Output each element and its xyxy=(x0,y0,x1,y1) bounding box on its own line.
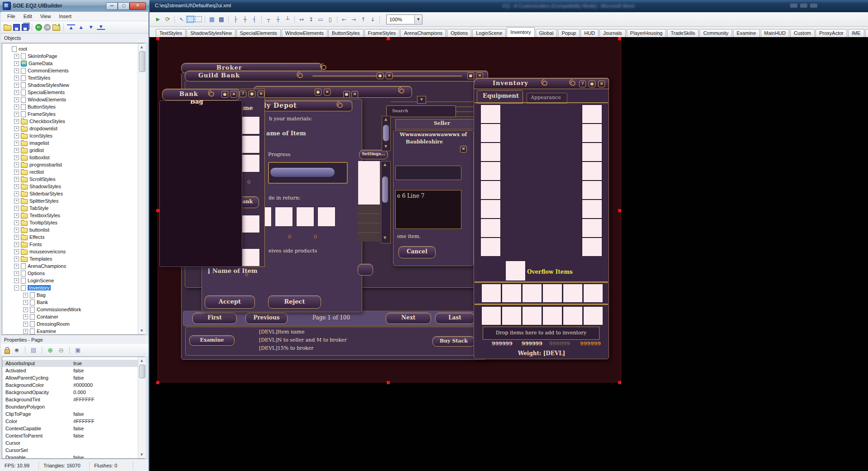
expand-icon[interactable]: + xyxy=(14,264,19,269)
item-slot[interactable] xyxy=(582,143,602,161)
expand-icon[interactable]: + xyxy=(23,329,28,334)
next-button[interactable]: Next xyxy=(386,313,431,324)
expand-icon[interactable]: + xyxy=(23,314,28,319)
property-row[interactable]: BackgroundOpacity0.000 xyxy=(2,389,144,396)
align-top-icon[interactable]: ┬ xyxy=(264,16,273,23)
item-slot[interactable] xyxy=(523,284,542,302)
tab-popup[interactable]: Popup xyxy=(558,29,580,37)
tree-item-bag[interactable]: +Bag xyxy=(2,291,144,299)
close-icon[interactable]: ✕ xyxy=(230,91,237,98)
tree-item-effects[interactable]: +Effects xyxy=(2,233,144,241)
up-folder-icon[interactable] xyxy=(53,25,60,31)
selection-handle[interactable] xyxy=(618,381,621,384)
tree-item-gridlist[interactable]: +gridlist xyxy=(2,147,144,154)
expand-icon[interactable]: + xyxy=(14,162,19,167)
dot-button[interactable]: ● xyxy=(343,91,350,98)
menu-view[interactable]: View xyxy=(37,13,55,20)
move-down-icon[interactable]: ▼ xyxy=(87,24,95,31)
tree-item-inventory[interactable]: −Inventory xyxy=(2,284,144,291)
expand-icon[interactable]: + xyxy=(14,119,19,124)
expand-icon[interactable]: + xyxy=(14,148,19,153)
expand-icon[interactable]: + xyxy=(14,235,19,240)
property-row[interactable]: ContextToParentfalse xyxy=(2,432,144,439)
tree-item-fonts[interactable]: +Fonts xyxy=(2,241,144,248)
tab-global[interactable]: Global xyxy=(536,29,557,37)
expand-icon[interactable]: + xyxy=(14,155,19,160)
tree-item-scrollstyles[interactable]: +ScrollStyles xyxy=(2,176,144,183)
selection-handle[interactable] xyxy=(156,381,159,384)
same-width-icon[interactable]: ↔ xyxy=(297,16,306,23)
properties-scrollbar[interactable]: ▲ ▼ xyxy=(138,357,146,458)
tree-item-windowelements[interactable]: +WindowElements xyxy=(2,96,144,103)
builder-titlebar[interactable]: SOE EQ2 UIBuilder — ▢ ✕ xyxy=(0,0,149,12)
item-slot[interactable] xyxy=(241,117,259,134)
expand-icon[interactable]: + xyxy=(14,199,19,204)
tree-item-container[interactable]: +Container xyxy=(2,313,144,320)
item-slot[interactable] xyxy=(481,105,500,123)
tab-journals[interactable]: Journals xyxy=(599,29,626,37)
tree-item-splitterstyles[interactable]: +SplitterStyles xyxy=(2,197,144,205)
expand-icon[interactable]: + xyxy=(14,141,19,146)
cancel-button[interactable]: Cancel xyxy=(398,246,436,258)
nudge-down-icon[interactable]: ↓ xyxy=(369,16,377,23)
editor-titlebar[interactable]: C:\eq2stream\UI\Default\eq2ui.xml EQ - A… xyxy=(149,0,868,12)
expand-icon[interactable]: + xyxy=(23,300,28,305)
selection-handle[interactable] xyxy=(156,209,159,212)
scroll-up-icon[interactable]: ▲ xyxy=(382,116,390,123)
tab-examine[interactable]: Examine xyxy=(733,29,760,37)
tree-item-dropdownlist[interactable]: +dropdownlist xyxy=(2,125,144,132)
item-slot[interactable] xyxy=(481,200,500,218)
tree-item-iconstyles[interactable]: +IconStyles xyxy=(2,132,144,139)
close-button[interactable]: ✕ xyxy=(129,2,146,10)
last-button[interactable]: Last xyxy=(435,313,475,324)
marquee-icon[interactable] xyxy=(195,16,202,22)
help-icon[interactable]: ? xyxy=(579,81,586,87)
tree-item-dressingroom[interactable]: +DressingRoom xyxy=(2,320,144,328)
item-slot[interactable] xyxy=(584,284,603,302)
tree-item-textstyles[interactable]: +TextStyles xyxy=(2,74,144,81)
item-slot[interactable] xyxy=(275,207,293,226)
align-middle-icon[interactable]: ┼ xyxy=(274,16,282,23)
dot-button[interactable]: ● xyxy=(467,72,474,79)
expand-icon[interactable]: + xyxy=(14,206,19,211)
tab-inventory[interactable]: Inventory xyxy=(507,27,534,37)
tree-item-framestyles[interactable]: +FrameStyles xyxy=(2,110,144,118)
tab-loginscene[interactable]: LoginScene xyxy=(472,29,506,37)
item-slot[interactable] xyxy=(482,284,501,302)
save-all-icon[interactable] xyxy=(22,24,29,31)
open-icon[interactable] xyxy=(4,25,11,31)
dot-button[interactable]: ● xyxy=(221,91,228,98)
size-h-icon[interactable]: ▯ xyxy=(326,16,334,23)
expand-icon[interactable]: + xyxy=(14,83,19,88)
item-slot[interactable] xyxy=(241,249,259,266)
tree-scrollbar[interactable]: ▲ ▼ xyxy=(138,43,146,334)
tab-hud[interactable]: HUD xyxy=(580,29,599,37)
property-row[interactable]: CursorSet xyxy=(2,447,144,454)
expand-icon[interactable]: + xyxy=(14,133,19,138)
tab-ime[interactable]: IME xyxy=(848,29,864,37)
tree-item-bank[interactable]: +Bank xyxy=(2,299,144,306)
expand-icon[interactable]: + xyxy=(14,97,19,102)
expand-icon[interactable]: + xyxy=(14,126,19,131)
item-slot[interactable] xyxy=(543,307,562,325)
property-row[interactable]: Dragablefalse xyxy=(2,454,144,459)
tree-item-commissionedwork[interactable]: +CommissionedWork xyxy=(2,306,144,313)
item-slot[interactable] xyxy=(241,136,259,153)
tree-item-examine[interactable]: +Examine xyxy=(2,328,144,335)
expand-icon[interactable]: + xyxy=(14,112,19,117)
property-row[interactable]: AllowParentCyclingfalse xyxy=(2,374,144,381)
expand-icon[interactable]: + xyxy=(14,68,19,73)
expand-icon[interactable]: + xyxy=(14,105,19,109)
tab-mainhud[interactable]: MainHUD xyxy=(761,29,790,37)
tree-item-buttonstyles[interactable]: +ButtonStyles xyxy=(2,103,144,110)
eye-icon[interactable]: ◉ xyxy=(13,347,21,354)
property-row[interactable]: ClipToPagefalse xyxy=(2,410,144,418)
property-row[interactable]: BackgroundTint#FFFFFF xyxy=(2,396,144,403)
tree-item-options[interactable]: +Options xyxy=(2,270,144,277)
item-slot[interactable] xyxy=(297,207,314,226)
grid2-icon[interactable]: ▦ xyxy=(217,16,225,23)
item-slot[interactable] xyxy=(481,124,500,142)
expand-icon[interactable]: + xyxy=(23,307,28,312)
nudge-up-icon[interactable]: ↑ xyxy=(359,16,367,23)
tree-item-arenachampions[interactable]: +ArenaChampions xyxy=(2,262,144,270)
